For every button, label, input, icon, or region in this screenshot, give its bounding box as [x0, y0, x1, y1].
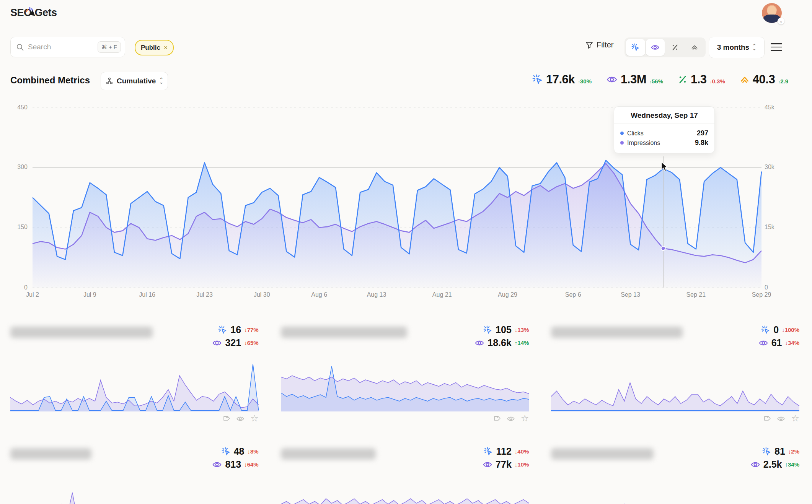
x-axis-tick: Jul 2	[26, 291, 39, 298]
chevron-updown-icon: ⌃⌄	[159, 78, 163, 84]
summary-impressions[interactable]: 1.3M ↑56%	[606, 73, 663, 86]
filter-button[interactable]: Filter	[585, 41, 613, 49]
mini-chart	[551, 483, 799, 504]
x-axis-tick: Sep 21	[686, 291, 706, 298]
clicks-icon	[761, 325, 770, 335]
impressions-eye-icon	[758, 338, 768, 348]
ctr-percent-icon	[671, 44, 679, 51]
eye-icon[interactable]	[236, 415, 245, 423]
page-title: Combined Metrics	[10, 75, 90, 86]
chart-mode-select[interactable]: Cumulative ⌃⌄	[101, 72, 168, 90]
x-axis-tick: Sep 29	[752, 291, 771, 298]
site-title-blurred	[551, 448, 654, 460]
tag-icon[interactable]	[222, 415, 230, 423]
toggle-position[interactable]	[685, 39, 704, 56]
tooltip-clicks-value: 297	[697, 129, 708, 137]
card-clicks-metric: 0 ↓100%	[761, 324, 799, 335]
toggle-ctr[interactable]	[665, 39, 685, 56]
card-actions: ☆	[281, 415, 529, 423]
filter-tag-close-icon[interactable]: ×	[164, 44, 168, 52]
logo-text-gets: Gets	[35, 7, 57, 19]
x-axis-tick: Jul 9	[83, 291, 96, 298]
x-axis-tick: Jul 30	[254, 291, 270, 298]
position-icon	[740, 75, 750, 85]
star-icon[interactable]: ☆	[521, 415, 529, 423]
position-total: 40.3	[753, 73, 775, 86]
date-range-select[interactable]: 3 months ⌃⌄	[709, 37, 765, 58]
search-input[interactable]: Search ⌘ + F	[10, 37, 125, 57]
menu-button[interactable]	[771, 41, 782, 53]
chart-mode-label: Cumulative	[117, 77, 156, 85]
impressions-eye-icon	[212, 460, 222, 470]
ctr-change: 0.3%	[712, 78, 725, 85]
card-clicks-metric: 112 ↓40%	[484, 446, 529, 457]
x-axis-tick: Aug 21	[432, 291, 452, 298]
card-actions: ☆	[10, 415, 259, 423]
funnel-icon	[585, 41, 593, 49]
star-icon[interactable]: ☆	[791, 415, 799, 423]
x-axis-tick: Jul 16	[139, 291, 155, 298]
y-axis-tick: 0	[765, 284, 788, 291]
toggle-clicks[interactable]	[626, 39, 645, 56]
card-impressions-metric: 18.6k ↑14%	[474, 337, 529, 348]
clicks-dot	[620, 132, 624, 135]
position-change: 2.9	[780, 78, 788, 85]
clicks-total: 17.6k	[546, 73, 575, 86]
star-icon[interactable]: ☆	[250, 415, 259, 423]
mini-chart	[10, 483, 259, 504]
mouse-pointer-icon	[661, 162, 669, 174]
tag-icon[interactable]	[492, 415, 501, 423]
site-card[interactable]: 48 ↓8% 813 ↓64%	[10, 446, 259, 504]
clicks-icon	[532, 74, 543, 85]
search-icon	[16, 43, 24, 51]
site-card[interactable]: 0 ↓100% 61 ↓34% ☆	[551, 324, 799, 424]
impressions-eye-icon	[750, 460, 760, 470]
clicks-change: 30%	[580, 78, 592, 85]
site-card[interactable]: 16 ↓77% 321 ↓65% ☆	[10, 324, 259, 424]
x-axis-tick: Aug 6	[311, 291, 327, 298]
eye-icon[interactable]	[506, 415, 515, 423]
summary-ctr[interactable]: 1.3 ↓0.3%	[678, 73, 725, 86]
filter-tag-public[interactable]: Public ×	[135, 40, 174, 55]
impressions-change: 56%	[652, 78, 663, 85]
chevron-updown-icon: ⌃⌄	[752, 45, 756, 50]
site-card[interactable]: 81 ↓2% 2.5k ↑34%	[551, 446, 799, 504]
card-impressions-metric: 77k ↓10%	[483, 459, 529, 470]
summary-clicks[interactable]: 17.6k ↑30%	[532, 73, 592, 86]
search-placeholder: Search	[28, 43, 98, 51]
tooltip-impressions-row: Impressions 9.8k	[620, 139, 708, 147]
site-card[interactable]: 105 ↓13% 18.6k ↑14% ☆	[281, 324, 529, 424]
x-axis-tick: Sep 13	[621, 291, 640, 298]
tag-icon[interactable]	[763, 415, 771, 423]
card-impressions-metric: 2.5k ↑34%	[750, 459, 799, 470]
metric-toggle-group	[624, 37, 706, 57]
site-title-blurred	[10, 327, 153, 338]
clicks-icon	[222, 447, 231, 456]
mini-chart	[281, 483, 529, 504]
tooltip-date: Wednesday, Sep 17	[614, 107, 714, 124]
tooltip-clicks-row: Clicks 297	[620, 129, 708, 137]
seo-gets-dashboard: SEO Gets ⌄ Search ⌘ + F Public × Filter	[0, 0, 812, 504]
x-axis-tick: Aug 13	[367, 291, 386, 298]
tooltip-impressions-value: 9.8k	[695, 139, 708, 147]
eye-icon[interactable]	[776, 415, 786, 423]
x-axis-tick: Jul 23	[196, 291, 213, 298]
impressions-eye-icon	[651, 43, 660, 52]
site-title-blurred	[281, 448, 376, 460]
y-axis-tick: 300	[8, 164, 28, 171]
card-actions: ☆	[551, 415, 799, 423]
impressions-eye-icon	[474, 338, 484, 348]
summary-position[interactable]: 40.3 ↑2.9	[740, 73, 788, 86]
site-card[interactable]: 112 ↓40% 77k ↓10%	[281, 446, 529, 504]
app-logo[interactable]: SEO Gets	[10, 7, 57, 19]
card-clicks-metric: 105 ↓13%	[483, 324, 529, 335]
tooltip-clicks-label: Clicks	[627, 130, 644, 137]
toggle-impressions[interactable]	[646, 39, 665, 56]
card-clicks-metric: 48 ↓8%	[222, 446, 259, 457]
filter-tag-label: Public	[141, 44, 160, 52]
x-axis: Jul 2 Jul 9 Jul 16 Jul 23 Jul 30 Aug 6 A…	[33, 291, 761, 301]
date-range-label: 3 months	[717, 43, 749, 52]
avatar-chevron-down-icon[interactable]: ⌄	[778, 18, 784, 24]
site-title-blurred	[10, 448, 91, 460]
clicks-icon	[631, 43, 640, 52]
